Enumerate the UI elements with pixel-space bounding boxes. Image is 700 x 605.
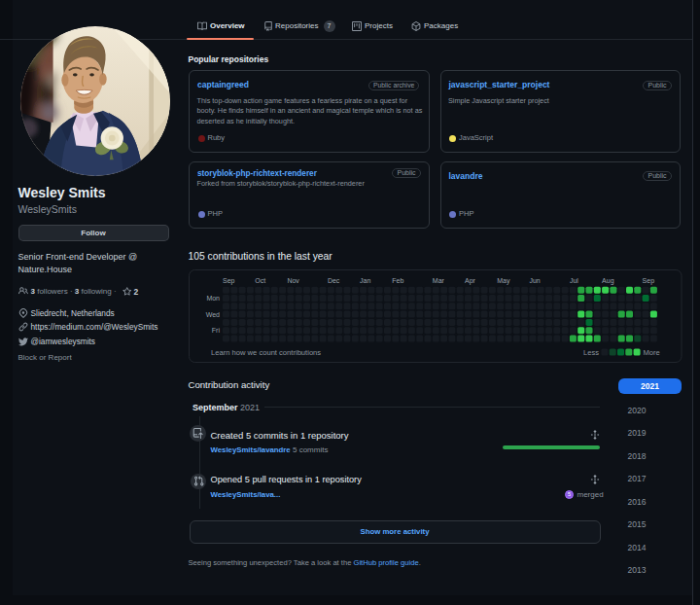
svg-text:Sep: Sep [643, 277, 655, 285]
svg-text:Jan: Jan [360, 277, 370, 284]
svg-text:Fri: Fri [212, 327, 221, 334]
svg-text:Learn how we count contributio: Learn how we count contributions [211, 348, 321, 357]
svg-text:Aug: Aug [602, 277, 614, 285]
svg-text:Jul: Jul [570, 277, 578, 284]
svg-text:Nov: Nov [287, 277, 299, 284]
svg-text:Mon: Mon [206, 295, 220, 302]
svg-text:Mar: Mar [433, 277, 445, 284]
svg-text:Less: Less [583, 348, 599, 357]
svg-text:More: More [644, 348, 660, 357]
svg-text:May: May [497, 277, 510, 285]
svg-text:Dec: Dec [328, 277, 340, 284]
svg-text:Oct: Oct [255, 277, 265, 284]
svg-text:Feb: Feb [392, 277, 403, 284]
svg-text:Apr: Apr [465, 277, 476, 285]
svg-text:Wed: Wed [206, 311, 220, 318]
svg-text:Sep: Sep [223, 277, 235, 285]
svg-text:Jun: Jun [529, 277, 540, 284]
